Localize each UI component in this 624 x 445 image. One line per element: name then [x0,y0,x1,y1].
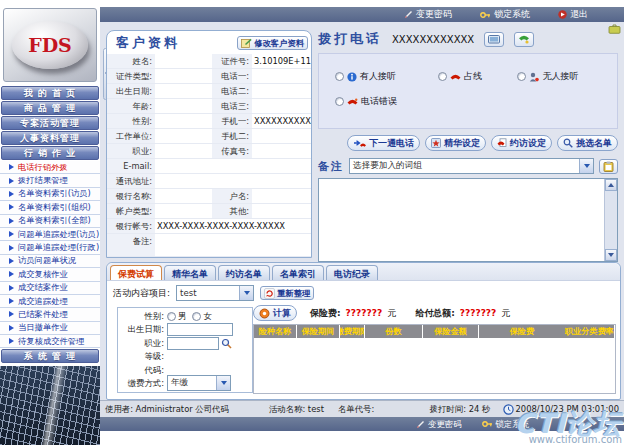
search-icon[interactable] [221,338,232,349]
sidebar-link[interactable]: 成交结案作业 [0,282,100,295]
arrow-right-icon [9,245,14,251]
tab[interactable]: 精华名单 [164,265,216,280]
change-password-link[interactable]: 变更密码 [416,419,462,430]
sidebar-link[interactable]: 问题单追踪处理(访员) [0,228,100,241]
field-label: 通讯地址: [107,174,155,189]
birth-date-input[interactable] [167,323,233,336]
chevron-down-icon[interactable] [239,286,253,300]
info-icon [347,72,357,82]
sidebar-menu-button[interactable]: 专案活动管理 [1,116,99,130]
insert-phrase-button[interactable] [599,159,618,174]
sidebar-menu-button[interactable]: 我 的 首 页 [1,86,99,100]
sidebar-link[interactable]: 名单资料索引(全部) [0,215,100,228]
sidebar-link[interactable]: 问题单追踪处理(行政) [0,241,100,254]
logo-ellipse: FDS [12,21,88,69]
gender-label: 性别: [120,311,167,322]
sidebar-link[interactable]: 名单资料索引(组织) [0,201,100,214]
radio-female[interactable] [192,312,201,321]
table-header-cell: 职业分类费率 [565,325,615,338]
customer-form-row: 备注: [107,234,311,257]
sidebar-link[interactable]: 拨打结果管理 [0,174,100,187]
field-value [252,69,311,84]
field-label: 证件类型: [107,69,155,84]
customer-form-row: 证件类型: 电话一: [107,69,311,84]
sidebar-link[interactable]: 名单资料索引(访员) [0,188,100,201]
sidebar-menu-button[interactable]: 商 品 管 理 [1,101,99,115]
tab[interactable]: 保费试算 [110,265,162,280]
arrow-right-icon [9,298,14,304]
radio-no-answer[interactable] [517,72,526,81]
highlight-setting-button[interactable]: 精华设定 [425,135,486,151]
sidebar-link[interactable]: 待复核成交件管理 [0,335,100,348]
option-no-answer[interactable]: 无人接听 [517,70,611,83]
arrow-right-icon [9,311,14,317]
premium-label: 保险费: [310,307,341,320]
logout-link[interactable]: 退出 [558,8,588,21]
dial-button[interactable] [514,32,534,47]
tab[interactable]: 名单索引 [272,265,324,280]
sidebar-link[interactable]: 电话行销外拨 [0,161,100,174]
code-label: 代码: [120,365,167,376]
activity-select[interactable]: test [176,285,254,301]
sidebar-menu-button[interactable]: 系 统 管 理 [1,349,99,363]
sidebar-link[interactable]: 成交追踪处理 [0,295,100,308]
sidebar-menu-button[interactable]: 人事资料管理 [1,131,99,145]
tab[interactable]: 电访纪录 [326,265,378,280]
main-area: 客户资料 修改客户资料 姓名: 证件号: 3.10109E+11 证件类型: 电… [100,22,624,431]
phrase-select[interactable]: 选择要加入的词组 [349,158,594,174]
dial-action-buttons: 下一通电话 精华设定 约访设定 挑选名单 [318,135,618,151]
field-label: 出生日期: [107,84,155,99]
field-label: 银行帐号: [107,219,155,234]
field-value [155,54,212,69]
field-label: 户名: [212,189,252,204]
scroll-down-icon[interactable] [605,249,617,261]
radio-male[interactable] [167,312,176,321]
pencil-icon [416,420,425,429]
refresh-icon [264,288,275,299]
customer-form-row: 银行帐号: XXXX-XXXX-XXXX-XXXX-XXXXX [107,219,311,234]
sidebar-link[interactable]: 当日撤单作业 [0,322,100,335]
customer-form-row: 职业: 传真号: [107,144,311,159]
option-answered[interactable]: 有人接听 [335,70,438,83]
sidebar-link[interactable]: 已结案件处理 [0,308,100,321]
scroll-up-icon[interactable] [605,179,617,191]
chevron-down-icon[interactable] [216,376,230,390]
field-value [155,144,212,159]
message-button[interactable] [484,32,504,47]
field-label: 手机一: [212,114,252,129]
refresh-button[interactable]: 重新整理 [260,286,314,300]
radio-wrong-number[interactable] [335,97,344,106]
pick-list-button[interactable]: 挑选名单 [557,135,618,151]
field-label: 年龄: [107,99,155,114]
scrollbar[interactable] [604,179,617,261]
table-header-cell: 保险期间 [297,325,340,338]
gender-male-option[interactable]: 男 [167,311,186,322]
option-wrong-number[interactable]: 电话错误 [335,95,438,108]
radio-answered[interactable] [335,72,344,81]
tab[interactable]: 约访名单 [218,265,270,280]
edit-customer-button[interactable]: 修改客户资料 [237,36,308,50]
option-busy[interactable]: 占线 [438,70,518,83]
status-dial-time: 拨打时间: 24 秒 [430,404,491,415]
notes-textarea[interactable] [318,178,618,262]
field-value [252,144,311,159]
occupation-input[interactable] [167,337,219,350]
sidebar-link[interactable]: 成交复核作业 [0,268,100,281]
payment-method-select[interactable]: 年缴 [167,375,231,391]
arrow-right-icon [9,218,14,224]
next-call-button[interactable]: 下一通电话 [347,135,420,151]
gender-female-option[interactable]: 女 [192,311,211,322]
field-value [155,129,212,144]
change-password-link[interactable]: 变更密码 [404,8,452,21]
chevron-down-icon[interactable] [579,159,593,173]
arrow-right-icon [9,231,14,237]
pick-list-icon [563,138,573,148]
sidebar-menu-button[interactable]: 行 销 作 业 [1,146,99,160]
briefcase-icon[interactable] [608,23,621,34]
premium-result-table: 险种名称 保险期间 缴费期限 份数 [253,324,616,394]
sidebar-link[interactable]: 访员问题单状况 [0,255,100,268]
radio-busy[interactable] [438,72,447,81]
appointment-setting-button[interactable]: 约访设定 [491,135,552,151]
lock-system-link[interactable]: 锁定系统 [480,8,530,21]
calculate-button[interactable]: 计算 [253,305,297,321]
